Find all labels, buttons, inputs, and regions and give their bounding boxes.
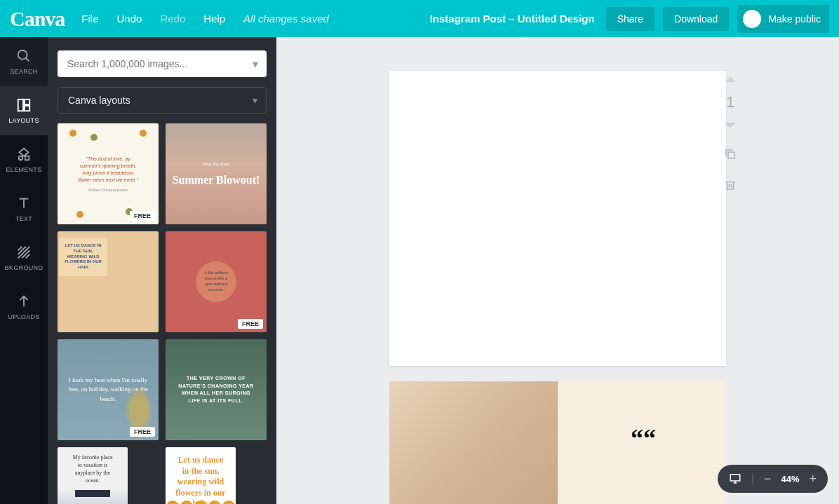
main-menu: File Undo Redo Help — [81, 13, 225, 25]
text-icon — [16, 196, 32, 211]
svg-marker-5 — [20, 149, 29, 156]
avatar — [743, 10, 761, 28]
sidebar-uploads-label: UPLOADS — [8, 313, 39, 320]
svg-point-6 — [19, 156, 23, 161]
svg-marker-16 — [725, 76, 736, 82]
page-tools: 1 — [724, 76, 737, 191]
template-thumb[interactable]: My favorite place to vacation is anyplac… — [58, 447, 128, 504]
page-1[interactable] — [389, 71, 726, 366]
svg-point-0 — [18, 50, 27, 60]
elements-icon — [16, 147, 32, 162]
sidebar-layouts[interactable]: LAYOUTS — [0, 86, 48, 135]
template-text: THE VERY CROWN OF NATURE'S CHANGING YEAR… — [166, 375, 267, 404]
page-2-image — [389, 381, 558, 504]
svg-marker-17 — [725, 123, 736, 128]
template-thumb[interactable]: "This bud of love, by summer's ripening … — [58, 123, 159, 224]
design-title[interactable]: Instagram Post – Untitled Design — [430, 13, 595, 25]
template-thumb[interactable]: THE VERY CROWN OF NATURE'S CHANGING YEAR… — [166, 339, 267, 440]
free-badge: FREE — [238, 319, 263, 329]
copy-page-icon[interactable] — [724, 148, 737, 161]
share-button[interactable]: Share — [606, 7, 655, 31]
svg-line-1 — [26, 58, 29, 62]
page-up-icon[interactable] — [725, 76, 736, 85]
template-text: Let us dance in the sun, wearing wild fl… — [166, 455, 236, 504]
template-thumb[interactable]: Let us dance in the sun, wearing wild fl… — [166, 447, 236, 504]
template-title: Summer Blowout! — [173, 174, 260, 186]
canvas-area[interactable]: ““ 1 | − 44% + — [276, 37, 839, 504]
svg-rect-7 — [25, 156, 29, 161]
zoom-in-button[interactable]: + — [809, 472, 817, 486]
layouts-dropdown[interactable]: Canva layouts ▾ — [58, 87, 267, 114]
svg-line-10 — [18, 247, 22, 251]
search-input[interactable] — [58, 50, 267, 77]
top-header: Canva File Undo Redo Help All changes sa… — [0, 0, 839, 37]
sidebar-search-label: SEARCH — [10, 68, 37, 75]
sidebar-layouts-label: LAYOUTS — [8, 117, 39, 124]
page-down-icon[interactable] — [725, 120, 736, 128]
download-button[interactable]: Download — [663, 7, 729, 31]
layouts-icon — [16, 97, 32, 113]
templates-grid: "This bud of love, by summer's ripening … — [58, 123, 267, 504]
template-subtitle: Beat the Heat — [173, 161, 260, 167]
template-text: My favorite place to vacation is anyplac… — [58, 454, 128, 485]
menu-redo[interactable]: Redo — [160, 13, 185, 25]
sidebar-bkground[interactable]: BKGROUND — [0, 233, 48, 282]
sidebar-elements[interactable]: ELEMENTS — [0, 135, 48, 184]
template-text: LET US DANCE IN THE SUN, WEARING WILD FL… — [59, 238, 107, 276]
make-public-label: Make public — [768, 13, 821, 25]
menu-file[interactable]: File — [81, 13, 98, 25]
zoom-percent[interactable]: 44% — [781, 474, 799, 484]
svg-line-13 — [22, 250, 29, 258]
svg-rect-3 — [25, 100, 29, 104]
present-icon[interactable] — [729, 472, 741, 485]
svg-line-14 — [26, 254, 30, 259]
sidebar-text[interactable]: TEXT — [0, 184, 48, 233]
svg-rect-18 — [728, 152, 734, 158]
delete-page-icon[interactable] — [724, 179, 737, 191]
free-badge: FREE — [130, 427, 155, 437]
template-thumb[interactable]: A life without love is like a year witho… — [166, 231, 267, 332]
sidebar-elements-label: ELEMENTS — [6, 166, 42, 173]
quote-mark: ““ — [631, 423, 656, 453]
template-thumb[interactable]: LET US DANCE IN THE SUN, WEARING WILD FL… — [58, 231, 159, 332]
left-sidebar: SEARCH LAYOUTS ELEMENTS TEXT BKGROUND UP… — [0, 37, 48, 504]
save-status: All changes saved — [243, 13, 329, 25]
template-thumb[interactable]: Beat the HeatSummer Blowout! — [166, 123, 267, 224]
chevron-down-icon[interactable]: ▾ — [253, 57, 258, 71]
menu-help[interactable]: Help — [203, 13, 225, 25]
svg-rect-2 — [18, 100, 23, 111]
make-public-button[interactable]: Make public — [737, 5, 829, 33]
zoom-bar: | − 44% + — [718, 465, 828, 493]
page-number: 1 — [726, 93, 734, 111]
search-icon — [16, 48, 32, 64]
bkground-icon — [16, 245, 32, 260]
page-2[interactable]: ““ — [389, 381, 726, 504]
sidebar-text-label: TEXT — [15, 215, 32, 222]
svg-rect-4 — [25, 106, 29, 111]
layouts-panel: ▾ Canva layouts ▾ "This bud of love, by … — [48, 37, 276, 504]
uploads-icon — [16, 294, 32, 309]
zoom-out-button[interactable]: − — [764, 472, 772, 486]
canva-logo[interactable]: Canva — [10, 7, 65, 31]
svg-line-11 — [18, 247, 26, 254]
chevron-down-icon: ▾ — [253, 95, 257, 106]
sidebar-search[interactable]: SEARCH — [0, 37, 48, 86]
sidebar-uploads[interactable]: UPLOADS — [0, 282, 48, 332]
template-thumb[interactable]: I look my best when I'm totally free, on… — [58, 339, 159, 440]
menu-undo[interactable]: Undo — [117, 13, 142, 25]
layouts-dropdown-label: Canva layouts — [68, 95, 130, 106]
sidebar-bkground-label: BKGROUND — [5, 264, 43, 271]
free-badge: FREE — [130, 211, 155, 221]
template-text: A life without love is like a year witho… — [196, 261, 236, 302]
svg-rect-21 — [730, 475, 740, 481]
